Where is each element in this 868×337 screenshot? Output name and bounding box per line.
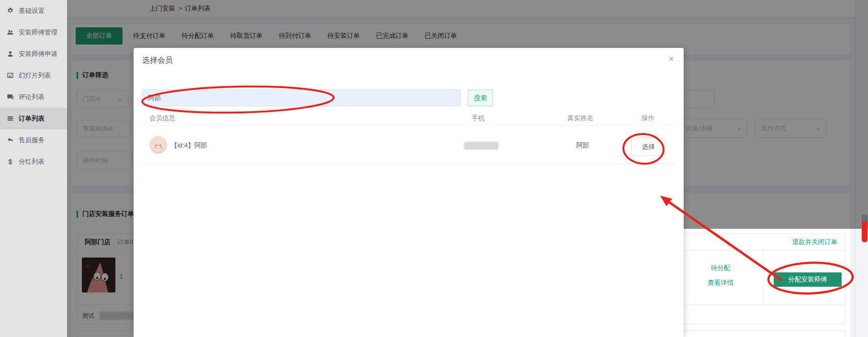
member-search-value: 阿部 bbox=[148, 94, 161, 102]
col-phone: 手机 bbox=[472, 114, 485, 123]
sidebar: 基础设置 安装师傅管理 安装师傅申请 幻灯片列表 评论列表 订单列表 售后服务 … bbox=[0, 0, 67, 337]
refund-close-link[interactable]: 退款并关闭订单 bbox=[792, 238, 838, 247]
list-icon bbox=[7, 115, 14, 122]
sidebar-item-label: 评论列表 bbox=[19, 93, 45, 101]
sidebar-item-comments[interactable]: 评论列表 bbox=[0, 86, 67, 108]
modal-close-icon[interactable]: × bbox=[664, 52, 678, 66]
sidebar-item-label: 幻灯片列表 bbox=[19, 71, 51, 80]
sidebar-item-order-list[interactable]: 订单列表 bbox=[0, 108, 67, 129]
sidebar-item-label: 基础设置 bbox=[19, 7, 45, 15]
member-search-input[interactable]: 阿部 bbox=[142, 90, 461, 106]
member-search-button[interactable]: 搜索 bbox=[468, 90, 493, 106]
table-divider bbox=[142, 125, 676, 126]
slides-icon bbox=[7, 72, 14, 79]
modal-title: 选择会员 bbox=[142, 56, 173, 66]
column-divider bbox=[763, 250, 764, 304]
aftersale-reply-icon bbox=[7, 136, 14, 144]
member-avatar bbox=[149, 136, 167, 154]
user-icon bbox=[7, 50, 14, 57]
sidebar-item-label: 安装师傅申请 bbox=[19, 50, 57, 58]
assign-installer-button[interactable]: 分配安装师傅 bbox=[774, 272, 842, 287]
member-info-text: 【id:4】阿部 bbox=[171, 141, 207, 150]
select-member-modal: 选择会员 × 阿部 搜索 会员信息 手机 真实姓名 操作 【id:4】阿部 阿部… bbox=[134, 48, 684, 337]
app-root: 上门安装>订单列表 全部订单 待支付订单 待分配订单 待取货订单 待到付订单 待… bbox=[0, 0, 868, 337]
sidebar-item-label: 分红列表 bbox=[19, 157, 45, 166]
sidebar-item-label: 售后服务 bbox=[19, 136, 45, 145]
dollar-icon: $ bbox=[7, 158, 14, 166]
member-phone-blurred bbox=[464, 142, 498, 150]
sidebar-item-installer-management[interactable]: 安装师傅管理 bbox=[0, 22, 67, 43]
sidebar-item-dividend-list[interactable]: $ 分红列表 bbox=[0, 151, 67, 172]
order-status-text: 待分配 bbox=[692, 264, 749, 272]
sidebar-item-slides[interactable]: 幻灯片列表 bbox=[0, 65, 67, 86]
view-detail-link[interactable]: 查看详情 bbox=[692, 279, 749, 287]
sidebar-item-installer-apply[interactable]: 安装师傅申请 bbox=[0, 43, 67, 65]
sidebar-item-label: 安装师傅管理 bbox=[19, 28, 57, 37]
sidebar-item-basic-settings[interactable]: 基础设置 bbox=[0, 0, 67, 22]
sidebar-item-after-sale[interactable]: 售后服务 bbox=[0, 129, 67, 151]
col-member-info: 会员信息 bbox=[149, 114, 175, 123]
sidebar-item-label: 订单列表 bbox=[19, 114, 45, 123]
gear-icon bbox=[7, 7, 14, 14]
col-real-name: 真实姓名 bbox=[567, 114, 593, 123]
table-divider bbox=[142, 164, 676, 164]
col-action: 操作 bbox=[642, 114, 654, 123]
member-select-button[interactable]: 选择 bbox=[631, 138, 665, 156]
comment-icon bbox=[7, 93, 14, 101]
users-icon bbox=[7, 29, 14, 36]
member-real-name: 阿部 bbox=[568, 141, 597, 150]
